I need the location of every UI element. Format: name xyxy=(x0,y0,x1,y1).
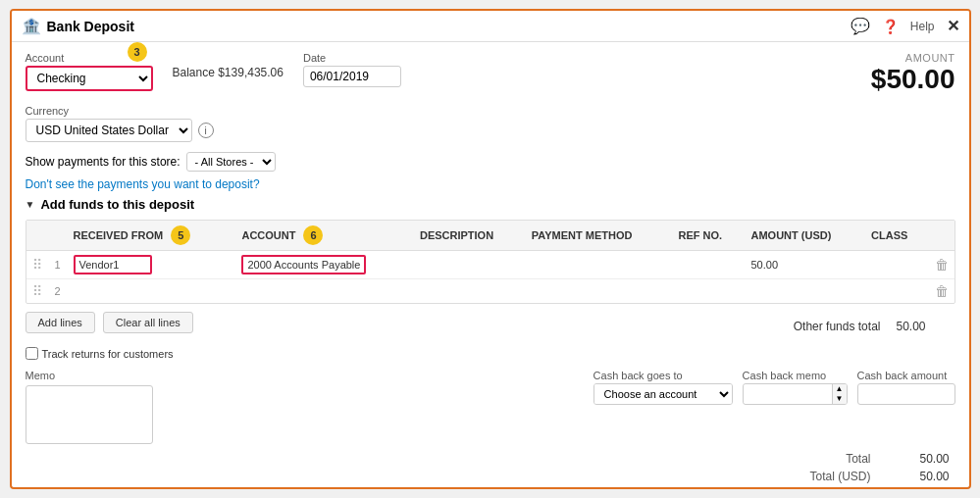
section-title: Add funds to this deposit xyxy=(40,197,194,212)
cashback-amount-input[interactable] xyxy=(857,383,955,405)
th-description: DESCRIPTION xyxy=(414,221,526,251)
cashback-amount-label: Cash back amount xyxy=(857,370,955,381)
row-number-2: 2 xyxy=(48,279,68,304)
th-ref-no: REF NO. xyxy=(673,221,746,251)
funds-total-value: 50.00 xyxy=(896,320,925,333)
delete-row-2[interactable]: 🗑 xyxy=(929,279,954,304)
cashback-memo-input-group: ▲ ▼ xyxy=(743,383,848,405)
class-cell-2[interactable] xyxy=(865,279,928,304)
help-icon[interactable]: ❓ xyxy=(882,19,899,34)
amount-section: AMOUNT $50.00 xyxy=(871,52,955,95)
close-button[interactable]: ✕ xyxy=(947,17,959,35)
badge-6: 6 xyxy=(303,225,323,245)
clear-all-lines-button[interactable]: Clear all lines xyxy=(103,312,193,333)
cashback-amount-field: Cash back amount xyxy=(857,370,955,405)
store-label: Show payments for this store: xyxy=(26,155,181,169)
ref-no-cell[interactable] xyxy=(673,251,746,279)
currency-field-group: Currency USD United States Dollar i xyxy=(26,105,214,142)
memo-cashback-row: Memo Cash back goes to Choose an account… xyxy=(26,370,955,444)
track-returns-label: Track returns for customers xyxy=(42,348,174,360)
class-cell[interactable] xyxy=(865,251,928,279)
drag-handle-2[interactable]: ⠿ xyxy=(26,279,48,304)
dont-see-link[interactable]: Don't see the payments you want to depos… xyxy=(26,177,955,191)
titlebar: 🏦 Bank Deposit 💬 ❓ Help ✕ xyxy=(12,11,969,42)
amount-cell-2[interactable] xyxy=(745,279,865,304)
cashback-memo-spinners: ▲ ▼ xyxy=(832,384,847,404)
cashback-memo-field: Cash back memo ▲ ▼ xyxy=(743,370,848,405)
drag-handle[interactable]: ⠿ xyxy=(26,251,48,279)
total-value-1: 50.00 xyxy=(901,452,950,466)
cashback-memo-input[interactable] xyxy=(744,384,832,404)
account-select[interactable]: Checking xyxy=(26,66,153,91)
add-funds-section-header: ▼ Add funds to this deposit xyxy=(26,197,955,212)
titlebar-left: 🏦 Bank Deposit xyxy=(22,17,134,35)
balance-text: Balance $139,435.06 xyxy=(173,52,284,83)
amount-label: AMOUNT xyxy=(871,52,955,64)
account-cell-2[interactable] xyxy=(235,279,413,304)
info-icon[interactable]: i xyxy=(198,123,214,138)
memo-label: Memo xyxy=(26,370,153,381)
table-body: ⠿ 1 Vendor1 2000 Accounts Payable 50.00 xyxy=(26,251,954,304)
cashback-goes-to-select[interactable]: Choose an account xyxy=(594,384,732,404)
amount-cell: 50.00 xyxy=(745,251,865,279)
description-cell[interactable] xyxy=(414,251,526,279)
delete-row-1[interactable]: 🗑 xyxy=(929,251,954,279)
cashback-memo-up[interactable]: ▲ xyxy=(833,384,847,394)
th-payment-method: PAYMENT METHOD xyxy=(526,221,673,251)
table-header-row: RECEIVED FROM 5 ACCOUNT 6 DESCRIPTION PA… xyxy=(26,221,954,251)
totals-section: Total 50.00 Total (USD) 50.00 xyxy=(26,452,955,483)
content-area: Account Checking 3 Balance $139,435.06 D… xyxy=(12,42,969,487)
currency-label: Currency xyxy=(26,105,214,117)
account-value[interactable]: 2000 Accounts Payable xyxy=(241,255,366,274)
bank-deposit-window: 🏦 Bank Deposit 💬 ❓ Help ✕ Account Checki… xyxy=(10,9,971,489)
account-field-group: Account Checking 3 xyxy=(26,52,153,91)
store-select[interactable]: - All Stores - xyxy=(186,152,276,172)
received-from-value[interactable]: Vendor1 xyxy=(74,255,152,274)
add-lines-button[interactable]: Add lines xyxy=(26,312,95,333)
th-drag xyxy=(26,221,48,251)
description-cell-2[interactable] xyxy=(414,279,526,304)
currency-row: Currency USD United States Dollar i xyxy=(26,105,955,142)
store-row: Show payments for this store: - All Stor… xyxy=(26,152,955,172)
cashback-goes-to-label: Cash back goes to xyxy=(593,370,733,381)
currency-select[interactable]: USD United States Dollar xyxy=(26,119,192,142)
table-row: ⠿ 1 Vendor1 2000 Accounts Payable 50.00 xyxy=(26,251,954,279)
chat-icon[interactable]: 💬 xyxy=(851,17,870,35)
ref-no-cell-2[interactable] xyxy=(673,279,746,304)
th-account: ACCOUNT 6 xyxy=(235,221,413,251)
funds-table: RECEIVED FROM 5 ACCOUNT 6 DESCRIPTION PA… xyxy=(26,221,954,303)
funds-total-row: Other funds total 50.00 xyxy=(794,320,955,333)
th-delete xyxy=(929,221,954,251)
track-returns-checkbox[interactable] xyxy=(26,347,38,360)
titlebar-right: 💬 ❓ Help ✕ xyxy=(851,17,959,35)
payment-method-cell[interactable] xyxy=(526,251,673,279)
triangle-icon: ▼ xyxy=(26,199,35,210)
date-label: Date xyxy=(303,52,401,64)
window-title: Bank Deposit xyxy=(47,19,134,34)
track-returns-row: Track returns for customers xyxy=(26,347,955,360)
help-label[interactable]: Help xyxy=(910,20,935,33)
badge-3: 3 xyxy=(128,42,147,62)
total-row-1: Total 50.00 xyxy=(846,452,949,466)
th-num xyxy=(48,221,68,251)
account-cell[interactable]: 2000 Accounts Payable xyxy=(235,251,413,279)
table-buttons: Add lines Clear all lines xyxy=(26,312,193,333)
funds-total-label: Other funds total xyxy=(794,320,881,333)
total-row-2: Total (USD) 50.00 xyxy=(809,470,949,483)
top-row: Account Checking 3 Balance $139,435.06 D… xyxy=(26,52,955,95)
cashback-memo-down[interactable]: ▼ xyxy=(833,394,847,404)
cashback-goes-to-field: Cash back goes to Choose an account xyxy=(593,370,733,405)
cashback-section: Cash back goes to Choose an account Cash… xyxy=(593,370,955,444)
total-value-2: 50.00 xyxy=(901,470,950,483)
date-input[interactable] xyxy=(303,66,401,87)
row-number: 1 xyxy=(48,251,68,279)
received-from-cell-2[interactable] xyxy=(68,279,236,304)
bank-icon: 🏦 xyxy=(22,17,41,35)
th-class: CLASS xyxy=(865,221,928,251)
funds-table-container: RECEIVED FROM 5 ACCOUNT 6 DESCRIPTION PA… xyxy=(26,220,955,304)
memo-section: Memo xyxy=(26,370,153,444)
payment-method-cell-2[interactable] xyxy=(526,279,673,304)
memo-textarea[interactable] xyxy=(26,385,153,444)
received-from-cell[interactable]: Vendor1 xyxy=(68,251,236,279)
total-label-2: Total (USD) xyxy=(809,470,870,483)
